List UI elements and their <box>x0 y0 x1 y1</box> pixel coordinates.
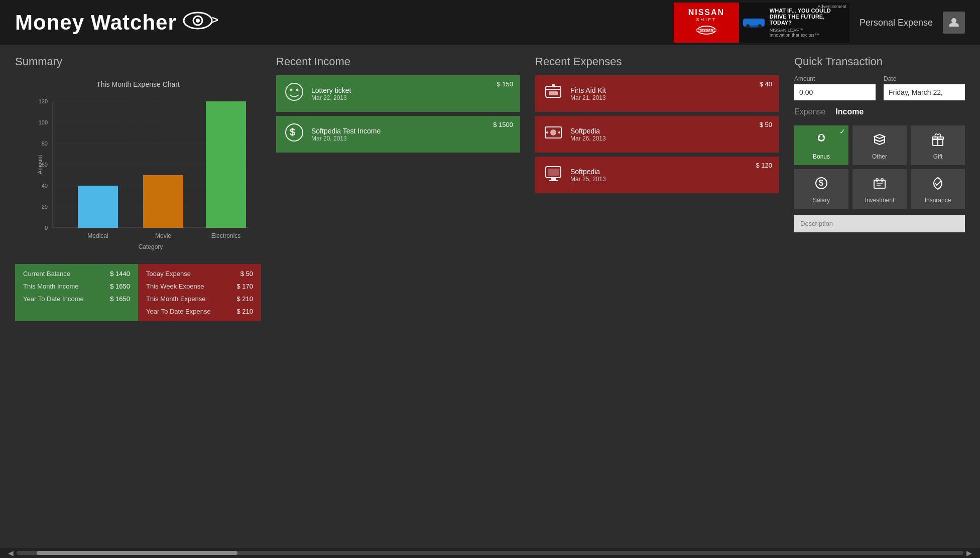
qt-btn-insurance[interactable]: Insurance <box>911 169 965 209</box>
income-card-2[interactable]: $ 1500 $ Softpedia Test Income Mar 20, 2… <box>276 116 520 153</box>
nav-personal-expense-link[interactable]: Personal Expense <box>860 18 933 28</box>
summary-title: Summary <box>15 55 261 68</box>
svg-rect-42 <box>552 84 555 87</box>
summary-row-today-exp: Today Expense $ 50 <box>146 270 253 277</box>
bar-electronics <box>206 101 246 228</box>
qt-btn-bonus[interactable]: ✓ Bonus <box>794 125 848 165</box>
expense-card-3[interactable]: $ 120 Softpedia Mar 25, 2013 <box>535 157 779 193</box>
expense-icon-1 <box>543 82 563 105</box>
user-avatar[interactable] <box>943 12 965 34</box>
expense-name-1: Firts Aid Kit <box>570 86 606 94</box>
expense-icon-3 <box>543 164 563 186</box>
recent-income-section: Recent Income $ 150 Lottery ticket Mar 2… <box>276 55 520 321</box>
scroll-right-arrow[interactable]: ▶ <box>963 549 975 557</box>
income-icon-1 <box>284 82 304 105</box>
svg-text:80: 80 <box>42 141 48 147</box>
qt-icons-grid: ✓ Bonus <box>794 125 965 209</box>
qt-btn-gift[interactable]: Gift <box>911 125 965 165</box>
insurance-icon <box>931 176 945 194</box>
bonus-check-icon: ✓ <box>839 127 845 135</box>
salary-label: Salary <box>813 197 830 204</box>
expense-date-1: Mar 21, 2013 <box>570 94 606 101</box>
chart-container: This Month Expense Chart 0 20 40 60 80 <box>15 75 261 258</box>
investment-label: Investment <box>865 197 895 204</box>
app-title: Money Watcher <box>15 11 177 35</box>
svg-point-10 <box>746 24 750 28</box>
qt-date-input[interactable] <box>884 84 965 100</box>
ad-nissan-brand: NISSAN SHIFT NISSAN <box>674 3 739 43</box>
income-date-1: Mar 22, 2013 <box>311 94 351 101</box>
expense-amount-2: $ 50 <box>760 121 772 128</box>
recent-income-title: Recent Income <box>276 55 520 68</box>
summary-row-ytd-exp: Year To Date Expense $ 210 <box>146 308 253 315</box>
qt-amount-input[interactable] <box>794 84 876 100</box>
qt-amount-label: Amount <box>794 75 876 82</box>
qt-btn-salary[interactable]: $ Salary <box>794 169 848 209</box>
summary-tables: Current Balance $ 1440 This Month Income… <box>15 264 261 321</box>
expense-info-3: Softpedia Mar 25, 2013 <box>570 168 606 183</box>
expense-info-2: Softpedia Mar 26, 2013 <box>570 127 606 142</box>
recent-expenses-section: Recent Expenses $ 40 Firts Aid Kit Mar 2… <box>535 55 779 321</box>
income-name-2: Softpedia Test Income <box>311 127 381 135</box>
other-label: Other <box>872 153 887 160</box>
ad-nissan-right: Advertisement WHAT IF... YOU COULD DRIVE… <box>739 3 849 43</box>
svg-point-45 <box>546 131 548 133</box>
svg-rect-50 <box>549 180 558 181</box>
expense-name-3: Softpedia <box>570 168 606 176</box>
income-name-1: Lottery ticket <box>311 86 351 94</box>
svg-point-12 <box>951 18 956 23</box>
svg-text:Category: Category <box>139 243 163 250</box>
logo-eye-icon: > <box>183 10 223 36</box>
month-income-label: This Month Income <box>23 283 79 290</box>
tab-income[interactable]: Income <box>835 105 864 118</box>
quick-transaction-section: Quick Transaction Amount Date Expense In… <box>794 55 965 321</box>
nissan-slogan: Innovation that excites™ <box>770 33 845 38</box>
qt-description-input[interactable] <box>794 215 965 232</box>
income-card-1[interactable]: $ 150 Lottery ticket Mar 22, 2013 <box>276 75 520 112</box>
qt-btn-investment[interactable]: Investment <box>852 169 907 209</box>
qt-amount-date-row: Amount Date <box>794 75 965 100</box>
qt-tabs: Expense Income <box>794 105 965 118</box>
summary-red-table: Today Expense $ 50 This Week Expense $ 1… <box>138 264 261 321</box>
today-exp-label: Today Expense <box>146 270 191 277</box>
month-exp-value: $ 210 <box>236 295 253 303</box>
ad-banner: NISSAN SHIFT NISSAN Advertisement <box>674 3 849 43</box>
app-header: Money Watcher > NISSAN SHIFT <box>0 0 980 45</box>
week-exp-value: $ 170 <box>236 283 253 290</box>
svg-text:NISSAN: NISSAN <box>700 29 713 32</box>
today-exp-value: $ 50 <box>240 270 253 277</box>
scrollbar-thumb[interactable] <box>37 551 237 555</box>
svg-text:Electronics: Electronics <box>211 232 241 239</box>
svg-point-53 <box>823 136 824 137</box>
expense-card-2[interactable]: $ 50 Softpedia Mar 26, 2013 <box>535 116 779 153</box>
tab-expense[interactable]: Expense <box>794 105 825 118</box>
gift-label: Gift <box>933 153 943 160</box>
income-amount-2: $ 1500 <box>493 121 513 128</box>
month-exp-label: This Month Expense <box>146 295 206 303</box>
svg-text:20: 20 <box>42 204 48 210</box>
chart-area: 0 20 40 60 80 100 120 Amount <box>20 92 256 253</box>
qt-date-label: Date <box>884 75 965 82</box>
gift-icon <box>931 132 945 150</box>
svg-text:120: 120 <box>39 98 48 104</box>
income-info-2: Softpedia Test Income Mar 20, 2013 <box>311 127 381 142</box>
expense-info-1: Firts Aid Kit Mar 21, 2013 <box>570 86 606 101</box>
nissan-shift-text: SHIFT <box>696 17 716 22</box>
main-content: Summary This Month Expense Chart 0 20 40… <box>0 45 980 331</box>
scroll-left-arrow[interactable]: ◀ <box>5 549 17 557</box>
svg-rect-41 <box>549 91 558 95</box>
quick-transaction-title: Quick Transaction <box>794 55 965 68</box>
ad-label: Advertisement <box>817 4 846 9</box>
expense-date-3: Mar 25, 2013 <box>570 176 606 183</box>
ytd-income-label: Year To Date Income <box>23 295 84 303</box>
qt-btn-other[interactable]: Other <box>852 125 907 165</box>
svg-text:0: 0 <box>45 225 48 231</box>
svg-text:$: $ <box>819 179 823 187</box>
week-exp-label: This Week Expense <box>146 283 204 290</box>
svg-point-35 <box>290 89 293 91</box>
svg-rect-58 <box>874 180 885 188</box>
expense-date-2: Mar 26, 2013 <box>570 135 606 142</box>
svg-text:>: > <box>212 14 218 26</box>
other-icon <box>873 132 887 150</box>
expense-card-1[interactable]: $ 40 Firts Aid Kit Mar 21, 2013 <box>535 75 779 112</box>
